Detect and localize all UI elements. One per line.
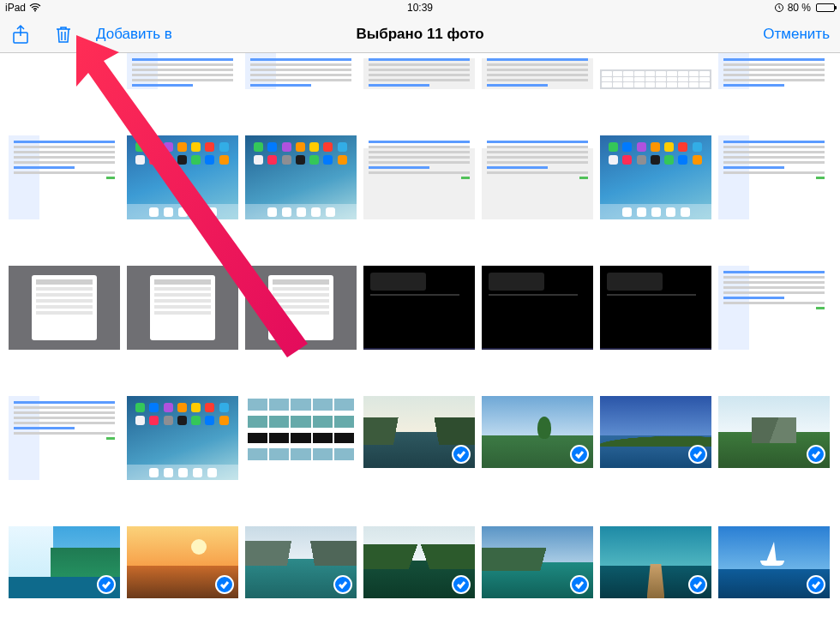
photo-thumbnail[interactable] bbox=[127, 266, 238, 350]
wifi-icon bbox=[29, 3, 41, 12]
photo-thumbnail[interactable] bbox=[9, 396, 120, 480]
photo-thumbnail[interactable] bbox=[718, 135, 830, 219]
photo-thumbnail[interactable] bbox=[482, 135, 593, 219]
photo-thumbnail[interactable] bbox=[127, 526, 238, 598]
photo-thumbnail[interactable] bbox=[245, 266, 357, 350]
selection-check-icon bbox=[688, 575, 707, 594]
photo-thumbnail[interactable] bbox=[600, 526, 711, 598]
selection-check-icon bbox=[452, 445, 471, 464]
photo-thumbnail[interactable] bbox=[245, 396, 357, 480]
photo-thumbnail[interactable] bbox=[9, 526, 120, 598]
photo-thumbnail[interactable] bbox=[9, 135, 120, 219]
share-icon bbox=[10, 24, 31, 45]
selection-toolbar: Добавить в Выбрано 11 фото Отменить bbox=[0, 15, 840, 53]
photo-thumbnail[interactable] bbox=[363, 526, 475, 598]
rotation-lock-icon bbox=[774, 3, 784, 13]
photo-thumbnail[interactable] bbox=[482, 526, 593, 598]
photo-thumbnail[interactable] bbox=[363, 53, 475, 89]
photo-thumbnail[interactable] bbox=[127, 53, 238, 89]
photo-thumbnail[interactable] bbox=[245, 53, 357, 89]
photo-thumbnail[interactable] bbox=[127, 396, 238, 480]
status-bar: iPad 10:39 80 % bbox=[0, 0, 840, 15]
selection-check-icon bbox=[215, 575, 234, 594]
battery-percent: 80 % bbox=[788, 2, 811, 14]
photo-thumbnail[interactable] bbox=[482, 396, 593, 468]
selection-check-icon bbox=[97, 575, 116, 594]
add-to-button[interactable]: Добавить в bbox=[96, 26, 172, 43]
selection-check-icon bbox=[807, 575, 825, 594]
photo-thumbnail[interactable] bbox=[600, 396, 711, 468]
photo-thumbnail[interactable] bbox=[718, 266, 830, 350]
photo-thumbnail[interactable] bbox=[482, 266, 593, 350]
selection-check-icon bbox=[333, 575, 352, 594]
svg-point-0 bbox=[34, 9, 36, 11]
photo-thumbnail[interactable] bbox=[9, 266, 120, 350]
trash-icon bbox=[53, 24, 74, 45]
photo-thumbnail[interactable] bbox=[363, 135, 475, 219]
photo-thumbnail[interactable] bbox=[718, 526, 830, 598]
share-button[interactable] bbox=[10, 24, 31, 45]
photo-thumbnail[interactable] bbox=[600, 266, 711, 350]
photo-thumbnail[interactable] bbox=[363, 266, 475, 350]
selection-check-icon bbox=[807, 445, 825, 464]
photo-thumbnail[interactable] bbox=[600, 53, 711, 89]
toolbar-title: Выбрано 11 фото bbox=[356, 26, 483, 43]
photo-thumbnail[interactable] bbox=[482, 53, 593, 89]
battery-icon bbox=[814, 3, 835, 12]
photo-thumbnail[interactable] bbox=[127, 135, 238, 219]
photo-thumbnail[interactable] bbox=[718, 53, 830, 89]
photo-thumbnail[interactable] bbox=[245, 526, 357, 598]
photo-thumbnail[interactable] bbox=[363, 396, 475, 468]
photo-thumbnail[interactable] bbox=[245, 135, 357, 219]
photo-grid bbox=[0, 53, 840, 630]
device-label: iPad bbox=[5, 2, 26, 14]
selection-check-icon bbox=[570, 575, 589, 594]
status-time: 10:39 bbox=[407, 2, 433, 14]
selection-check-icon bbox=[688, 445, 707, 464]
photo-thumbnail[interactable] bbox=[718, 396, 830, 468]
selection-check-icon bbox=[570, 445, 589, 464]
photo-thumbnail[interactable] bbox=[600, 135, 711, 219]
delete-button[interactable] bbox=[53, 24, 74, 45]
cancel-button[interactable]: Отменить bbox=[763, 26, 830, 43]
selection-check-icon bbox=[452, 575, 471, 594]
